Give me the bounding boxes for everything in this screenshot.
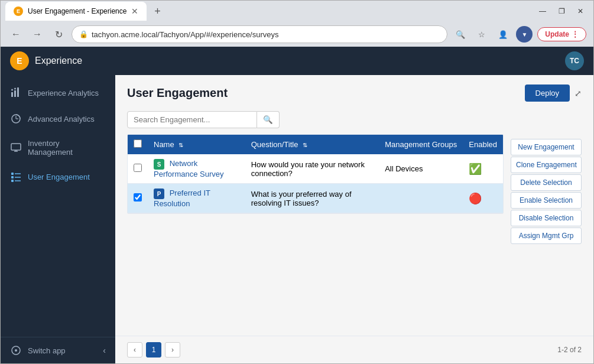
update-menu-icon: ⋮ xyxy=(572,30,579,38)
row1-status-icon: ✅ xyxy=(469,163,482,175)
sidebar-label-experience-analytics: Experience Analytics xyxy=(28,89,99,98)
header-checkbox-cell xyxy=(128,135,148,154)
question-sort-icon: ⇅ xyxy=(303,142,307,148)
tab-favicon: E xyxy=(14,6,23,16)
forward-button[interactable]: → xyxy=(29,26,46,43)
table-area: 🔍 Name xyxy=(127,111,504,336)
right-panel: New Engagement Clone Engagement Delete S… xyxy=(511,111,582,336)
row1-question-cell: How would you rate your network connecti… xyxy=(245,154,379,184)
row1-enabled-cell: ✅ xyxy=(463,154,503,184)
row2-enabled-cell: 🔴 xyxy=(463,184,503,213)
url-bar[interactable]: 🔒 tachyon.acme.local/Tachyon/App/#/exper… xyxy=(72,25,447,43)
row2-question-cell: What is your preferred way of resolving … xyxy=(245,184,379,213)
svg-rect-9 xyxy=(11,144,21,150)
sidebar: Experience Analytics Advanced Analytics xyxy=(1,75,115,363)
delete-selection-button[interactable]: Delete Selection xyxy=(511,174,582,191)
row2-checkbox-cell xyxy=(128,184,148,213)
search-input[interactable] xyxy=(127,111,257,128)
title-bar: E User Engagement - Experience ✕ + — ❐ ✕ xyxy=(1,1,593,22)
switch-app-button[interactable]: Switch app ‹ xyxy=(1,337,115,363)
sidebar-label-inventory-management: Inventory Management xyxy=(28,139,106,157)
search-button[interactable]: 🔍 xyxy=(257,111,280,128)
next-page-button[interactable]: › xyxy=(165,342,180,358)
sidebar-item-inventory-management[interactable]: Inventory Management xyxy=(1,132,115,164)
name-sort-icon: ⇅ xyxy=(178,142,183,148)
app-body: Experience Analytics Advanced Analytics xyxy=(1,75,593,363)
pagination: ‹ 1 › 1-2 of 2 xyxy=(115,336,593,363)
address-bar: ← → ↻ 🔒 tachyon.acme.local/Tachyon/App/#… xyxy=(1,22,593,47)
new-tab-button[interactable]: + xyxy=(149,3,165,20)
sidebar-item-user-engagement[interactable]: User Engagement xyxy=(1,164,115,190)
row1-checkbox[interactable] xyxy=(134,164,142,172)
disable-selection-button[interactable]: Disable Selection xyxy=(511,210,582,226)
sidebar-label-advanced-analytics: Advanced Analytics xyxy=(28,115,95,124)
header-actions: Deploy ⤢ xyxy=(525,84,582,102)
assign-mgmt-grp-button[interactable]: Assign Mgmt Grp xyxy=(511,228,582,244)
row2-checkbox[interactable] xyxy=(134,193,142,202)
svg-rect-1 xyxy=(14,90,16,97)
row2-name-cell: P Preferred IT Resolution xyxy=(148,184,245,213)
app-container: E Experience TC xyxy=(1,47,593,363)
svg-rect-2 xyxy=(17,89,19,97)
bookmark-button[interactable]: ☆ xyxy=(473,26,490,43)
enable-selection-button[interactable]: Enable Selection xyxy=(511,192,582,209)
maximize-button[interactable]: ❐ xyxy=(553,3,570,20)
switch-app-label: Switch app xyxy=(28,346,66,355)
row2-mgmt-cell xyxy=(379,184,463,213)
switch-icon xyxy=(10,344,22,356)
analytics-icon xyxy=(10,113,22,125)
header-name[interactable]: Name ⇅ xyxy=(148,135,245,154)
engagements-table: Name ⇅ Question/Title ⇅ Management Group… xyxy=(128,135,503,213)
svg-rect-16 xyxy=(11,180,14,182)
content-header: User Engagement Deploy ⤢ xyxy=(115,75,593,111)
svg-rect-12 xyxy=(11,173,14,175)
page-1-button[interactable]: 1 xyxy=(146,342,161,358)
svg-point-19 xyxy=(15,349,17,352)
tab-close-icon[interactable]: ✕ xyxy=(131,6,138,16)
url-text: tachyon.acme.local/Tachyon/App/#/experie… xyxy=(92,30,279,39)
new-engagement-button[interactable]: New Engagement xyxy=(511,139,582,155)
header-question[interactable]: Question/Title ⇅ xyxy=(245,135,379,154)
list-icon xyxy=(10,171,22,183)
sidebar-item-advanced-analytics[interactable]: Advanced Analytics xyxy=(1,106,115,132)
profile-button[interactable]: 👤 xyxy=(495,26,511,43)
select-all-checkbox[interactable] xyxy=(134,139,142,148)
app-header: E Experience TC xyxy=(1,47,593,75)
user-avatar[interactable]: TC xyxy=(565,51,584,70)
search-bar: 🔍 xyxy=(127,111,504,128)
expand-icon[interactable]: ⤢ xyxy=(574,89,582,98)
main-content: User Engagement Deploy ⤢ 🔍 xyxy=(115,75,593,363)
clone-engagement-button[interactable]: Clone Engagement xyxy=(511,157,582,173)
row1-type-icon: S xyxy=(154,159,164,170)
header-mgmt-groups: Management Groups xyxy=(379,135,463,154)
extension-button[interactable]: ▼ xyxy=(516,26,533,43)
app-title: Experience xyxy=(35,56,82,66)
table-row: S Network Performance Survey How would y… xyxy=(128,154,503,184)
back-button[interactable]: ← xyxy=(8,26,24,43)
page-title: User Engagement xyxy=(127,86,228,100)
svg-point-3 xyxy=(11,89,13,91)
refresh-button[interactable]: ↻ xyxy=(50,26,67,43)
update-button[interactable]: Update ⋮ xyxy=(537,27,586,41)
row1-name-cell: S Network Performance Survey xyxy=(148,154,245,184)
sidebar-item-experience-analytics[interactable]: Experience Analytics xyxy=(1,80,115,106)
pagination-controls: ‹ 1 › xyxy=(127,342,180,358)
monitor-icon xyxy=(10,142,22,154)
content-body: 🔍 Name xyxy=(115,111,593,336)
prev-page-button[interactable]: ‹ xyxy=(127,342,142,358)
active-tab[interactable]: E User Engagement - Experience ✕ xyxy=(5,2,147,21)
close-button[interactable]: ✕ xyxy=(572,3,589,20)
collapse-icon[interactable]: ‹ xyxy=(103,346,106,355)
svg-rect-14 xyxy=(11,176,14,178)
pagination-info: 1-2 of 2 xyxy=(557,346,582,354)
header-enabled: Enabled xyxy=(463,135,503,154)
sidebar-label-user-engagement: User Engagement xyxy=(28,173,90,181)
table-wrapper: Name ⇅ Question/Title ⇅ Management Group… xyxy=(127,134,504,214)
chart-icon xyxy=(10,87,22,99)
minimize-button[interactable]: — xyxy=(534,3,551,20)
app-logo: E xyxy=(10,51,29,70)
browser-search-button[interactable]: 🔍 xyxy=(452,26,469,43)
window-controls: — ❐ ✕ xyxy=(534,3,589,20)
deploy-button[interactable]: Deploy xyxy=(525,84,570,102)
tab-title: User Engagement - Experience xyxy=(28,7,126,15)
